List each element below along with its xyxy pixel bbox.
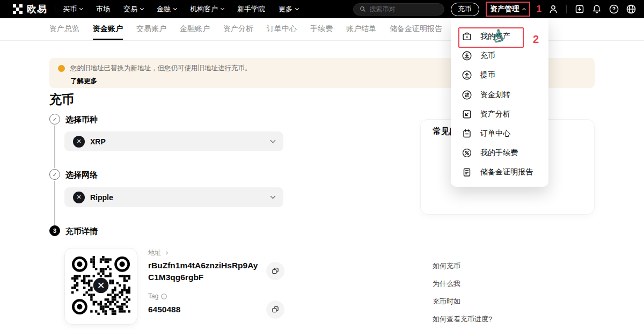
nav-item-more[interactable]: 更多 — [279, 4, 298, 14]
nav-item-finance[interactable]: 金融 — [157, 4, 177, 14]
subnav-item-overview[interactable]: 资产总览 — [49, 18, 79, 40]
download-app-icon[interactable] — [574, 4, 585, 14]
menu-item-fees[interactable]: 我的手续费 — [451, 143, 548, 163]
chevron-down-icon — [79, 6, 83, 10]
chevron-down-icon — [295, 6, 299, 10]
page-title: 充币 — [49, 91, 74, 108]
globe-language-icon[interactable] — [626, 4, 636, 14]
xrp-coin-icon — [73, 136, 85, 148]
step-connector — [54, 126, 55, 168]
chevron-down-icon — [270, 138, 276, 143]
search-icon — [359, 5, 367, 13]
step2-label: 选择网络 — [65, 170, 98, 180]
okx-logo[interactable]: 欧易 — [13, 3, 47, 16]
qr-code: ✕ — [71, 256, 130, 317]
ripple-network-icon — [73, 192, 85, 203]
step1-label: 选择币种 — [65, 115, 98, 125]
learn-more-link[interactable]: 了解更多 — [70, 77, 97, 86]
copy-icon — [271, 305, 280, 314]
deposit-icon — [462, 50, 472, 61]
deposit-tag-value: 6450488 — [148, 305, 180, 314]
nav-item-academy[interactable]: 新手学院 — [237, 4, 265, 14]
search-box[interactable] — [353, 3, 444, 16]
subnav-item-trading-account[interactable]: 交易账户 — [136, 18, 166, 40]
subnav-item-reserve-report[interactable]: 储备金证明报告 — [390, 18, 442, 40]
address-label-row[interactable]: 地址 — [148, 248, 167, 258]
logo-text: 欧易 — [27, 3, 47, 16]
menu-item-deposit[interactable]: 充币 — [451, 46, 548, 65]
nav-item-trade[interactable]: 交易 — [123, 4, 143, 14]
notifications-bell-icon[interactable] — [591, 4, 602, 14]
menu-item-order-center[interactable]: 订单中心 — [451, 124, 548, 143]
withdraw-icon — [462, 70, 472, 80]
chevron-down-icon — [221, 6, 224, 10]
annotation-step-1: 1 — [537, 4, 541, 14]
annotation-step-2: 2 — [533, 33, 539, 46]
qr-code-card: ✕ — [64, 248, 137, 325]
fees-icon — [462, 148, 472, 158]
search-input[interactable] — [370, 5, 434, 13]
reserve-report-icon — [462, 167, 472, 178]
divider — [566, 5, 567, 13]
subnav-item-analysis[interactable]: 资产分析 — [223, 18, 253, 40]
faq-item[interactable]: 如何查看充币进度? — [433, 314, 492, 324]
subnav-item-statements[interactable]: 账户结单 — [346, 18, 376, 40]
analysis-icon — [462, 109, 472, 120]
step-connector — [54, 181, 55, 225]
warning-dot-icon — [58, 65, 65, 72]
orders-icon — [462, 128, 472, 139]
copy-icon — [271, 267, 280, 275]
deposit-button[interactable]: 充币 — [451, 3, 479, 16]
network-select[interactable]: Ripple — [64, 187, 283, 207]
primary-nav: 买币 市场 交易 金融 机构客户 新手学院 更多 — [63, 4, 298, 14]
nav-item-institutional[interactable]: 机构客户 — [190, 4, 224, 14]
tag-label-row: Tag — [148, 292, 167, 300]
subnav-item-fees[interactable]: 手续费 — [310, 18, 333, 40]
wallet-icon — [462, 31, 472, 42]
okx-deposit-page: 欧易 买币 市场 交易 金融 机构客户 新手学院 更多 充币 资产管理 1 — [0, 0, 644, 330]
top-navbar: 欧易 买币 市场 交易 金融 机构客户 新手学院 更多 充币 资产管理 1 — [0, 0, 644, 18]
okx-logo-icon — [13, 4, 23, 14]
nav-item-buy[interactable]: 买币 — [63, 4, 83, 14]
step2-check-icon — [49, 169, 60, 180]
coin-select[interactable]: XRP — [64, 131, 283, 151]
chevron-down-icon — [140, 6, 144, 10]
subnav-item-order-center[interactable]: 订单中心 — [267, 18, 297, 40]
nav-item-markets[interactable]: 市场 — [96, 4, 110, 14]
chevron-down-icon — [270, 194, 276, 199]
info-icon[interactable] — [160, 293, 167, 300]
user-icon[interactable] — [548, 4, 559, 14]
faq-item[interactable]: 为什么我 — [433, 279, 460, 289]
menu-item-transfer[interactable]: 资金划转 — [451, 85, 548, 105]
deposit-address: rBuZfn1m4tA6znziHsRp9Ay C1M3qg6rgbF — [148, 260, 258, 283]
menu-item-reserve-report[interactable]: 储备金证明报告 — [451, 163, 548, 182]
network-select-value: Ripple — [90, 193, 113, 202]
chevron-right-icon — [164, 251, 168, 255]
svg-text:✕: ✕ — [97, 280, 105, 291]
chevron-up-icon — [522, 8, 525, 11]
step3-number-badge: 3 — [49, 225, 60, 236]
copy-address-button[interactable] — [266, 262, 284, 280]
copy-tag-button[interactable] — [266, 300, 284, 319]
chevron-down-icon — [173, 6, 177, 10]
help-icon[interactable] — [609, 4, 619, 14]
menu-item-analysis[interactable]: 资产分析 — [451, 105, 548, 124]
divider — [55, 5, 55, 13]
assets-management-button[interactable]: 资产管理 — [486, 2, 530, 17]
step1-check-icon — [49, 114, 60, 124]
transfer-icon — [462, 90, 472, 100]
subnav-item-funding-account[interactable]: 资金账户 — [93, 18, 123, 40]
faq-item[interactable]: 充币时如 — [433, 297, 460, 306]
banner-message: 您的旧地址已替换为新地址，但您仍可使用旧地址进行充币。 — [70, 64, 252, 73]
subnav-item-finance-account[interactable]: 金融账户 — [180, 18, 210, 40]
coin-select-value: XRP — [90, 137, 106, 146]
faq-item[interactable]: 如何充币 — [433, 261, 460, 271]
menu-item-withdraw[interactable]: 提币 — [451, 65, 548, 85]
step3-label: 充币详情 — [65, 226, 98, 237]
